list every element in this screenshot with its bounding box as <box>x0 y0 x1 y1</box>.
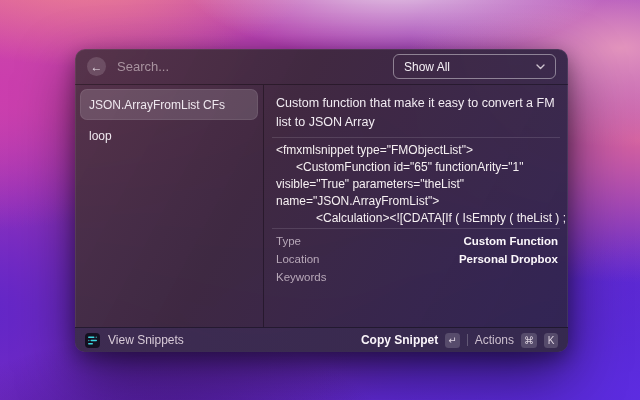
snippet-list-icon <box>85 333 100 348</box>
status-bar-actions: Copy Snippet ↵ Actions ⌘ K <box>361 333 558 348</box>
meta-value: Personal Dropbox <box>459 253 558 265</box>
search-bar: ← Show All <box>75 49 568 85</box>
back-button[interactable]: ← <box>87 57 106 76</box>
arrow-left-icon: ← <box>91 61 103 73</box>
filter-selected-value: Show All <box>404 60 450 74</box>
meta-row-type: Type Custom Function <box>276 232 558 250</box>
snippet-detail-panel: Custom function that make it easy to con… <box>264 85 568 327</box>
filter-dropdown[interactable]: Show All <box>393 54 556 79</box>
list-item-loop[interactable]: loop <box>80 120 258 151</box>
return-keycap: ↵ <box>445 333 459 348</box>
meta-label: Location <box>276 253 319 265</box>
code-block: <fmxmlsnippet type="FMObjectList"> <Cust… <box>264 138 568 228</box>
code-line: <CustomFunction id="65" functionArity="1… <box>276 159 556 176</box>
code-line: name="JSON.ArrayFromList"> <box>276 193 556 210</box>
snippets-app-window: ← Show All JSON.ArrayFromList CFs loop C… <box>75 49 568 352</box>
list-item-json-arrayfromlist[interactable]: JSON.ArrayFromList CFs <box>80 89 258 120</box>
meta-label: Type <box>276 235 301 247</box>
meta-row-keywords: Keywords <box>276 268 558 286</box>
code-line: <Calculation><![CDATA[If ( IsEmpty ( the… <box>276 210 556 227</box>
snippet-description: Custom function that make it easy to con… <box>264 85 568 137</box>
command-keycap: ⌘ <box>521 333 537 348</box>
chevron-down-icon <box>536 64 545 70</box>
meta-row-location: Location Personal Dropbox <box>276 250 558 268</box>
metadata-section: Type Custom Function Location Personal D… <box>264 229 568 286</box>
status-bar: View Snippets Copy Snippet ↵ Actions ⌘ K <box>75 327 568 352</box>
window-body: JSON.ArrayFromList CFs loop Custom funct… <box>75 85 568 327</box>
divider <box>467 334 468 346</box>
copy-snippet-button[interactable]: Copy Snippet <box>361 333 438 347</box>
code-line: visible="True" parameters="theList" <box>276 176 556 193</box>
meta-label: Keywords <box>276 271 327 283</box>
code-line: <fmxmlsnippet type="FMObjectList"> <box>276 142 556 159</box>
k-keycap: K <box>544 333 558 348</box>
view-snippets-label: View Snippets <box>108 333 184 347</box>
actions-button[interactable]: Actions <box>475 333 514 347</box>
view-snippets-button[interactable]: View Snippets <box>85 333 184 348</box>
empty-space <box>264 286 568 327</box>
search-input[interactable] <box>117 59 382 74</box>
snippet-list: JSON.ArrayFromList CFs loop <box>75 85 264 327</box>
meta-value: Custom Function <box>463 235 558 247</box>
